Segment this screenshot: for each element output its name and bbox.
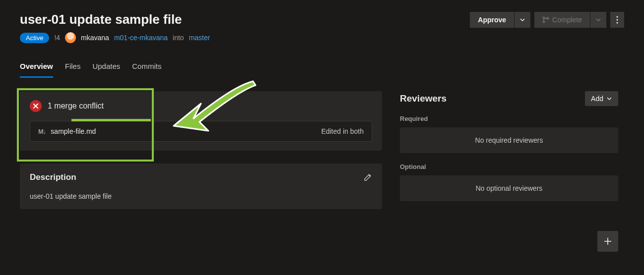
- author-name[interactable]: mkavana: [81, 34, 109, 42]
- add-reviewer-button[interactable]: Add: [585, 91, 618, 106]
- conflict-file-name: sample-file.md: [51, 127, 96, 135]
- add-comment-fab[interactable]: [597, 231, 618, 252]
- git-merge-icon: [542, 16, 549, 23]
- complete-button[interactable]: Complete: [534, 12, 590, 28]
- tab-overview[interactable]: Overview: [20, 58, 53, 78]
- conflict-file-status: Edited in both: [321, 127, 364, 135]
- optional-label: Optional: [400, 163, 618, 170]
- svg-point-5: [617, 22, 618, 24]
- chevron-down-icon: [519, 17, 525, 23]
- chevron-down-icon: [595, 17, 601, 23]
- description-card: Description user-01 update sample file: [20, 164, 382, 209]
- svg-point-3: [617, 16, 618, 18]
- add-reviewer-label: Add: [591, 95, 603, 103]
- complete-label: Complete: [552, 16, 582, 24]
- tab-commits[interactable]: Commits: [132, 58, 161, 78]
- required-label: Required: [400, 115, 618, 122]
- description-body: user-01 update sample file: [30, 192, 372, 200]
- pr-title: user-01 update sample file: [20, 12, 470, 27]
- merge-conflict-card: 1 merge conflict M↓ sample-file.md Edite…: [20, 91, 382, 151]
- author-avatar[interactable]: [65, 32, 76, 43]
- more-vertical-icon: [616, 16, 618, 24]
- svg-point-1: [543, 21, 545, 23]
- approve-button[interactable]: Approve: [470, 12, 515, 28]
- svg-point-4: [617, 19, 618, 21]
- description-heading: Description: [30, 172, 76, 182]
- into-text: into: [173, 34, 184, 42]
- tab-updates[interactable]: Updates: [92, 58, 120, 78]
- tab-files[interactable]: Files: [65, 58, 81, 78]
- markdown-file-icon: M↓: [38, 128, 46, 135]
- pr-tabs: Overview Files Updates Commits: [20, 58, 624, 78]
- error-icon: [30, 100, 42, 112]
- conflict-file-row[interactable]: M↓ sample-file.md Edited in both: [30, 121, 372, 142]
- plus-icon: [603, 237, 612, 246]
- more-actions-button[interactable]: [610, 12, 624, 28]
- pr-id: !4: [54, 34, 60, 42]
- approve-dropdown[interactable]: [515, 12, 530, 28]
- source-branch-link[interactable]: m01-ce-mkavana: [114, 34, 168, 42]
- optional-reviewers-empty: No optional reviewers: [400, 175, 618, 201]
- header-actions: Approve Complete: [470, 12, 624, 28]
- required-reviewers-empty: No required reviewers: [400, 127, 618, 153]
- status-badge: Active: [20, 33, 49, 43]
- pr-header: user-01 update sample file Active !4 mka…: [20, 12, 624, 43]
- conflict-title: 1 merge conflict: [48, 102, 104, 110]
- edit-description-button[interactable]: [363, 173, 372, 182]
- chevron-down-icon: [606, 96, 612, 102]
- pr-meta: Active !4 mkavana m01-ce-mkavana into ma…: [20, 32, 470, 43]
- pencil-icon: [363, 173, 372, 182]
- complete-dropdown[interactable]: [590, 12, 606, 28]
- target-branch-link[interactable]: master: [189, 34, 210, 42]
- reviewers-heading: Reviewers: [400, 93, 447, 104]
